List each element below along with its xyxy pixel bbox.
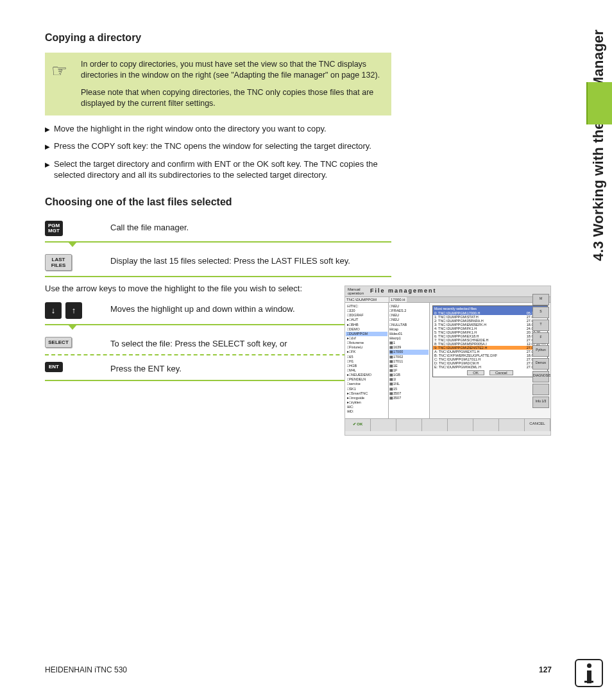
side-button[interactable]: S (532, 307, 549, 318)
bullet-3: Select the target directory and confirm … (54, 158, 391, 181)
footer-page: 127 (539, 665, 552, 674)
triangle-icon: ▶ (45, 123, 54, 135)
info-icon (575, 659, 603, 687)
popup-title: Most recently selected files (433, 306, 547, 311)
triangle-icon: ▶ (45, 158, 54, 181)
heading-choosing: Choosing one of the last files selected (45, 196, 391, 208)
separator (45, 380, 391, 381)
bullet-2: Press the COPY soft key: the TNC opens t… (54, 141, 371, 152)
step-call-fm: Call the file manager. (110, 221, 391, 234)
thumb-tab (586, 82, 612, 124)
side-button[interactable]: DIAGNOSIS (532, 371, 549, 382)
hand-point-icon: ☞ (51, 59, 81, 109)
section-label: 4.3 Working with the File Manager (590, 26, 607, 261)
shot-filelist: □NEU□FRAES.2□NEU□NEU□NULLTAB⊞cap⊞deu01⊞w… (389, 303, 430, 418)
step-arrow-intro: Use the arrow keys to move the highlight… (45, 284, 391, 293)
popup-ok-button[interactable]: OK (467, 370, 484, 375)
side-button[interactable] (532, 384, 549, 395)
softkey-ok[interactable]: ✔ OK (345, 419, 371, 431)
arrow-down-key[interactable]: ↓ (45, 302, 62, 319)
side-button[interactable]: Python (532, 345, 549, 357)
separator-dashed (45, 354, 391, 355)
step-last-files: Display the last 15 files selected: Pres… (110, 254, 391, 267)
separator-arrow (45, 325, 391, 332)
side-button[interactable]: T (532, 320, 549, 331)
triangle-icon: ▶ (45, 141, 54, 152)
separator-arrow (45, 243, 391, 249)
shot-mode: Manual operation (348, 287, 364, 295)
side-button[interactable]: Demos (532, 358, 549, 370)
pgm-mgt-key[interactable]: PGM MGT (45, 221, 63, 236)
heading-copying: Copying a directory (45, 32, 391, 44)
side-button[interactable]: F (532, 332, 549, 344)
bullet-1: Move the highlight in the right window o… (54, 123, 327, 135)
softkey-cancel[interactable]: CANCEL (525, 419, 550, 431)
side-button[interactable]: M (532, 294, 549, 305)
select-key[interactable]: SELECT (45, 337, 72, 348)
shot-tree: ⊟TNC:□320□3DGRAF▸□AUT▸□BHB□DEMO□DUMPPGM▸… (345, 303, 389, 418)
shot-title: File management (370, 287, 437, 295)
screenshot-file-manager: Manual operation File management TNC:\DU… (344, 286, 551, 436)
note-box: ☞ In order to copy directories, you must… (45, 53, 391, 115)
shot-current-file: 17000.H (389, 297, 407, 302)
arrow-up-key[interactable]: ↑ (65, 302, 82, 319)
separator (45, 276, 391, 277)
shot-path: TNC:\DUMPPGM (345, 297, 389, 302)
side-button[interactable]: Info 1/3 (532, 397, 549, 408)
note-p1: In order to copy directories, you must h… (81, 59, 382, 81)
footer-product: HEIDENHAIN iTNC 530 (45, 665, 127, 674)
last-files-key[interactable]: LAST FILES (45, 254, 72, 271)
popup-cancel-button[interactable]: Cancel (489, 370, 513, 375)
note-p2: Please note that when copying directorie… (81, 87, 382, 109)
ent-key[interactable]: ENT (45, 362, 63, 372)
